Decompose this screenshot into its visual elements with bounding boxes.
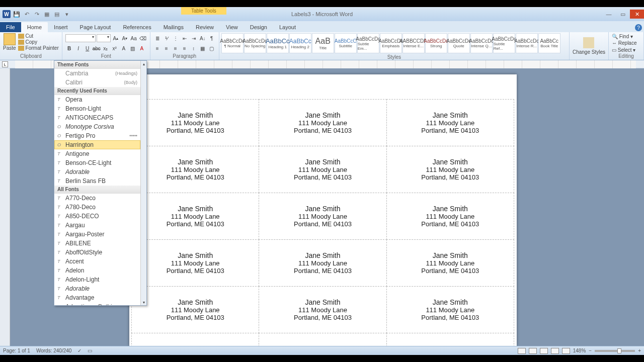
- select-button[interactable]: ▭ Select ▾: [612, 47, 640, 53]
- label-cell[interactable]: Jane Smith111 Moody LanePortland, ME 041…: [259, 146, 386, 193]
- borders-icon[interactable]: ▢: [208, 44, 216, 52]
- find-button[interactable]: 🔍 Find ▾: [612, 34, 640, 39]
- zoom-slider[interactable]: [595, 350, 635, 352]
- full-screen-view-icon[interactable]: [529, 348, 537, 354]
- font-item[interactable]: TAdvantage: [54, 293, 140, 302]
- bullets-icon[interactable]: ≣: [153, 34, 162, 42]
- style-item[interactable]: AaBbCcCSubtitle: [335, 33, 357, 53]
- cut-button[interactable]: Cut: [18, 33, 59, 39]
- tab-page-layout[interactable]: Page Layout: [74, 22, 117, 32]
- style-item[interactable]: AaBbCcDcSubtle Em...: [357, 33, 379, 53]
- replace-button[interactable]: ↔ Replace: [612, 40, 640, 46]
- font-size-combo[interactable]: [97, 34, 111, 42]
- font-item[interactable]: TAdelon-Light: [54, 275, 140, 284]
- font-item[interactable]: TAdelon: [54, 266, 140, 275]
- line-spacing-icon[interactable]: ↕: [190, 44, 198, 52]
- underline-button[interactable]: U: [84, 44, 92, 52]
- qat-icon[interactable]: ▤: [52, 10, 61, 19]
- copy-button[interactable]: Copy: [18, 39, 59, 45]
- dropdown-scrollbar[interactable]: ▴ ▾: [140, 61, 146, 305]
- scroll-down-icon[interactable]: ▾: [141, 299, 146, 305]
- increase-indent-icon[interactable]: ⇥: [190, 34, 198, 42]
- font-item[interactable]: TBerlin Sans FB: [54, 176, 140, 186]
- decrease-indent-icon[interactable]: ⇤: [181, 34, 189, 42]
- label-cell[interactable]: Jane Smith111 Moody LanePortland, ME 041…: [386, 146, 514, 193]
- label-cell[interactable]: Jane Smith111 Moody LanePortland, ME 041…: [259, 239, 386, 287]
- label-cell[interactable]: Jane Smith111 Moody LanePortland, ME 041…: [131, 193, 259, 240]
- label-cell[interactable]: Jane Smith111 Moody LanePortland, ME 041…: [259, 286, 386, 333]
- font-item[interactable]: TAargau: [54, 221, 140, 230]
- format-painter-button[interactable]: Format Painter: [18, 45, 59, 51]
- page-indicator[interactable]: Page: 1 of 1: [3, 348, 30, 353]
- font-item[interactable]: Calibri(Body): [54, 78, 140, 87]
- web-layout-view-icon[interactable]: [540, 348, 548, 354]
- font-item[interactable]: OFertigo Pro•••••: [54, 131, 140, 140]
- scroll-up-icon[interactable]: ▴: [141, 61, 146, 67]
- print-layout-view-icon[interactable]: [518, 348, 526, 354]
- font-item[interactable]: TANTIGONECAPS: [54, 113, 140, 122]
- italic-button[interactable]: I: [74, 44, 83, 52]
- minimize-button[interactable]: —: [602, 10, 616, 19]
- style-item[interactable]: AaBbCcHeading 2: [289, 33, 311, 53]
- zoom-out-button[interactable]: −: [589, 348, 592, 353]
- superscript-button[interactable]: x²: [111, 44, 119, 52]
- font-item[interactable]: TBenson-Light: [54, 104, 140, 113]
- label-cell[interactable]: Jane Smith111 Moody LanePortland, ME 041…: [259, 193, 386, 240]
- font-item[interactable]: TA850-DECO: [54, 212, 140, 221]
- font-item[interactable]: TOpera: [54, 95, 140, 104]
- font-item[interactable]: TA770-Deco: [54, 194, 140, 203]
- label-cell[interactable]: Jane Smith111 Moody LanePortland, ME 041…: [131, 239, 259, 287]
- style-item[interactable]: AaBbCcDcEmphasis: [380, 33, 402, 53]
- label-cell[interactable]: Jane Smith111 Moody LanePortland, ME 041…: [131, 99, 259, 146]
- shrink-font-icon[interactable]: A▾: [121, 34, 129, 42]
- tab-file[interactable]: File: [0, 22, 21, 32]
- tab-view[interactable]: View: [220, 22, 244, 32]
- font-item[interactable]: TAdorable: [54, 284, 140, 293]
- page[interactable]: Jane Smith111 Moody LanePortland, ME 041…: [129, 74, 517, 346]
- undo-icon[interactable]: ↶: [22, 10, 31, 19]
- label-cell[interactable]: Jane Smith111 Moody LanePortland, ME 041…: [259, 333, 386, 346]
- styles-gallery[interactable]: AaBbCcDc¶ NormalAaBbCcDcNo SpacingAaBbCc…: [219, 32, 569, 54]
- tab-references[interactable]: References: [117, 22, 157, 32]
- clear-formatting-icon[interactable]: ⌫: [139, 34, 147, 42]
- vertical-ruler[interactable]: [0, 68, 10, 346]
- redo-icon[interactable]: ↷: [32, 10, 41, 19]
- tab-design[interactable]: Design: [244, 22, 273, 32]
- font-item[interactable]: TABILENE: [54, 239, 140, 248]
- bold-button[interactable]: B: [65, 44, 73, 52]
- strikethrough-button[interactable]: abc: [93, 44, 101, 52]
- numbering-icon[interactable]: ⅟: [163, 34, 171, 42]
- qat-icon[interactable]: ▦: [42, 10, 51, 19]
- multilevel-icon[interactable]: ⋮: [172, 34, 180, 42]
- font-name-combo[interactable]: [65, 34, 96, 42]
- label-cell[interactable]: Jane Smith111 Moody LanePortland, ME 041…: [131, 146, 259, 193]
- maximize-button[interactable]: ▭: [616, 10, 630, 19]
- tab-layout[interactable]: Layout: [273, 22, 302, 32]
- tab-insert[interactable]: Insert: [48, 22, 74, 32]
- font-item[interactable]: TAdorable: [54, 167, 140, 176]
- subscript-button[interactable]: x₂: [102, 44, 110, 52]
- text-effects-icon[interactable]: A: [120, 44, 128, 52]
- paste-button[interactable]: Paste: [3, 33, 16, 51]
- style-item[interactable]: AaBbCcDcQuote: [448, 33, 470, 53]
- style-item[interactable]: AaBbCcDcSubtle Ref...: [493, 33, 515, 53]
- font-item[interactable]: TA780-Deco: [54, 203, 140, 212]
- label-cell[interactable]: Jane Smith111 Moody LanePortland, ME 041…: [386, 99, 514, 146]
- label-cell[interactable]: Jane Smith111 Moody LanePortland, ME 041…: [386, 193, 514, 240]
- style-item[interactable]: AaBbCcDcStrong: [425, 33, 447, 53]
- font-item[interactable]: OMonotype Corsiva: [54, 122, 140, 131]
- font-item[interactable]: TAccent: [54, 257, 140, 266]
- qat-dropdown-icon[interactable]: ▾: [62, 10, 71, 19]
- draft-view-icon[interactable]: [562, 348, 570, 354]
- label-cell[interactable]: Jane Smith111 Moody LanePortland, ME 041…: [386, 239, 514, 287]
- zoom-level[interactable]: 148%: [573, 348, 586, 353]
- font-item[interactable]: TAntigone: [54, 149, 140, 158]
- tab-selector[interactable]: L: [2, 61, 8, 67]
- align-right-icon[interactable]: ≡: [172, 44, 180, 52]
- font-item[interactable]: TAboffOldStyle: [54, 248, 140, 257]
- style-item[interactable]: AaBbCcDc¶ Normal: [221, 33, 244, 53]
- font-item[interactable]: TAdvertisers-Gothic: [54, 302, 140, 305]
- change-case-icon[interactable]: Aa: [130, 34, 138, 42]
- highlight-icon[interactable]: ▨: [129, 44, 137, 52]
- shading-icon[interactable]: ▦: [199, 44, 207, 52]
